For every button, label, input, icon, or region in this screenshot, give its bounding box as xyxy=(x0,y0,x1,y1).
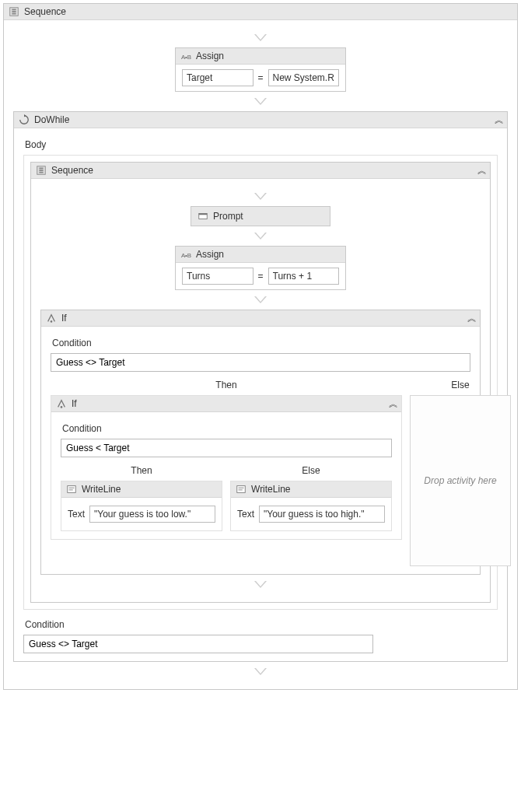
else-label: Else xyxy=(410,376,511,395)
condition-input[interactable] xyxy=(51,353,470,372)
collapse-icon[interactable]: ︽ xyxy=(495,117,502,122)
body-panel: Sequence ︽ Prompt xyxy=(23,155,498,610)
sequence-icon xyxy=(36,165,47,176)
inner-sequence-body: Prompt A•B Assign xyxy=(31,179,490,602)
svg-text:A•B: A•B xyxy=(181,54,191,61)
writeline-body: Text xyxy=(61,498,222,530)
writeline-body: Text xyxy=(231,498,391,530)
condition-label: Condition xyxy=(52,338,470,348)
connector-arrow[interactable] xyxy=(40,187,481,206)
svg-rect-7 xyxy=(39,170,43,171)
text-label: Text xyxy=(237,509,254,520)
collapse-icon[interactable]: ︽ xyxy=(389,401,397,406)
text-label: Text xyxy=(68,509,85,520)
assign-value-input[interactable] xyxy=(268,69,340,86)
assign-target-input[interactable] xyxy=(182,268,254,285)
assign-title: Assign xyxy=(196,51,341,61)
connector-arrow[interactable] xyxy=(13,92,508,111)
inner-sequence-header[interactable]: Sequence ︽ xyxy=(31,163,490,179)
condition-label: Condition xyxy=(62,423,392,434)
assign-title: Assign xyxy=(196,249,341,260)
sequence-activity[interactable]: Sequence A•B Assign = xyxy=(3,3,518,690)
assign-icon: A•B xyxy=(180,51,191,61)
assign-header[interactable]: A•B Assign xyxy=(176,48,345,65)
sequence-icon xyxy=(9,6,19,17)
nested-if-header[interactable]: If ︽ xyxy=(51,396,401,412)
connector-arrow[interactable] xyxy=(40,226,481,246)
if-title: If xyxy=(61,313,463,324)
if-body: Condition Then xyxy=(41,327,480,574)
drop-placeholder: Drop activity here xyxy=(424,475,496,486)
connector-arrow[interactable] xyxy=(13,662,508,681)
inner-sequence-title: Sequence xyxy=(51,165,473,176)
if-icon xyxy=(56,398,67,409)
prompt-activity[interactable]: Prompt xyxy=(191,206,330,226)
writeline-activity[interactable]: WriteLine Text xyxy=(61,481,222,530)
svg-rect-10 xyxy=(199,214,208,215)
assign-activity[interactable]: A•B Assign = xyxy=(175,47,346,92)
collapse-icon[interactable]: ︽ xyxy=(477,168,485,173)
drop-activity-zone[interactable]: Drop activity here xyxy=(410,395,511,566)
connector-arrow[interactable] xyxy=(40,290,481,310)
assign-header[interactable]: A•B Assign xyxy=(176,247,345,263)
assign-target-input[interactable] xyxy=(182,69,254,86)
writeline-title: WriteLine xyxy=(82,484,217,495)
dowhile-header[interactable]: DoWhile ︽ xyxy=(14,112,507,128)
svg-rect-6 xyxy=(39,168,43,170)
writeline-activity[interactable]: WriteLine Text xyxy=(231,481,391,530)
svg-rect-2 xyxy=(12,11,16,12)
writeline-text-input[interactable] xyxy=(89,506,215,523)
dowhile-body: Body Sequence ︽ xyxy=(14,128,507,661)
writeline-text-input[interactable] xyxy=(259,506,385,523)
if-icon xyxy=(46,313,57,324)
svg-rect-3 xyxy=(12,13,16,15)
nested-condition-input[interactable] xyxy=(61,439,392,457)
connector-arrow[interactable] xyxy=(13,28,508,47)
collapse-icon[interactable]: ︽ xyxy=(467,316,475,320)
dowhile-activity[interactable]: DoWhile ︽ Body Sequence ︽ xyxy=(13,111,508,662)
svg-point-13 xyxy=(61,406,63,408)
assign-value-input[interactable] xyxy=(268,268,340,285)
dowhile-condition-input[interactable] xyxy=(23,635,373,653)
then-panel: If ︽ Condition xyxy=(51,395,402,540)
condition-label: Condition xyxy=(25,619,498,630)
writeline-icon xyxy=(236,484,247,495)
svg-text:A•B: A•B xyxy=(181,252,191,259)
sequence-header[interactable]: Sequence xyxy=(4,4,517,20)
else-label: Else xyxy=(230,462,392,481)
if-activity[interactable]: If ︽ Condition Then xyxy=(40,310,481,575)
assign-icon: A•B xyxy=(180,249,191,260)
assign-row: = xyxy=(176,263,345,289)
assign-row: = xyxy=(176,65,345,91)
writeline-icon xyxy=(66,484,77,495)
nested-if-body: Condition Then xyxy=(51,412,401,539)
svg-rect-8 xyxy=(39,172,43,173)
svg-rect-17 xyxy=(237,486,246,493)
else-panel: WriteLine Text xyxy=(230,481,392,531)
writeline-header[interactable]: WriteLine xyxy=(231,481,391,498)
nested-if-activity[interactable]: If ︽ Condition xyxy=(51,396,401,539)
assign-equals: = xyxy=(257,72,265,83)
sequence-title: Sequence xyxy=(24,6,512,17)
svg-rect-1 xyxy=(12,9,16,11)
writeline-title: WriteLine xyxy=(251,484,386,495)
then-label: Then xyxy=(51,376,402,395)
dowhile-title: DoWhile xyxy=(34,114,490,125)
svg-point-12 xyxy=(51,320,53,323)
body-label: Body xyxy=(25,139,498,150)
assign-equals: = xyxy=(257,271,265,282)
then-panel: WriteLine Text xyxy=(61,481,222,531)
assign-activity[interactable]: A•B Assign = xyxy=(175,246,346,290)
connector-arrow[interactable] xyxy=(40,575,481,594)
svg-rect-14 xyxy=(68,486,76,493)
if-header[interactable]: If ︽ xyxy=(41,310,480,327)
writeline-header[interactable]: WriteLine xyxy=(61,481,222,498)
dowhile-icon xyxy=(19,114,30,125)
nested-if-title: If xyxy=(72,398,384,409)
then-label: Then xyxy=(61,462,222,481)
inner-sequence-activity[interactable]: Sequence ︽ Prompt xyxy=(30,162,491,603)
sequence-body: A•B Assign = DoWhile ︽ Body xyxy=(4,20,517,689)
prompt-icon xyxy=(198,211,208,222)
prompt-title: Prompt xyxy=(213,211,243,222)
